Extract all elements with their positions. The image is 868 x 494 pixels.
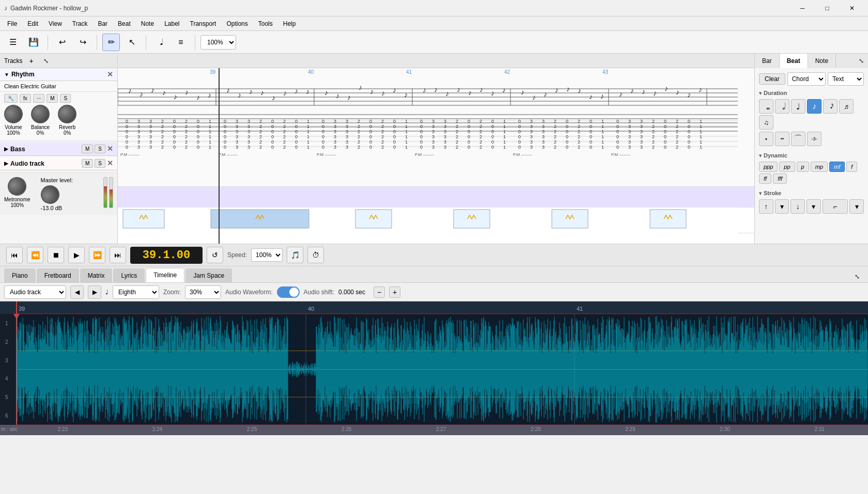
- chord-select[interactable]: Chord: [787, 72, 826, 86]
- rhythm-tool-button[interactable]: 🔧: [4, 94, 18, 103]
- stop-button[interactable]: ⏹: [48, 247, 64, 263]
- timeline-track-select[interactable]: Audio track Rhythm Bass: [4, 285, 66, 299]
- reverb-knob[interactable]: [58, 105, 76, 123]
- rhythm-close-button[interactable]: ✕: [107, 70, 113, 78]
- timer-button[interactable]: ⏱: [307, 247, 324, 263]
- tab-piano[interactable]: Piano: [4, 268, 36, 282]
- skip-forward-button[interactable]: ⏭: [110, 247, 126, 263]
- close-button[interactable]: ✕: [840, 0, 864, 17]
- redo-button[interactable]: ↪: [74, 34, 91, 51]
- dur-32nd[interactable]: ♬: [839, 99, 854, 114]
- master-knob[interactable]: [37, 182, 63, 207]
- dyn-ppp[interactable]: ppp: [759, 162, 778, 172]
- play-button[interactable]: ▶: [68, 247, 85, 263]
- rhythm-expand[interactable]: ▼: [4, 72, 9, 77]
- tab-timeline[interactable]: Timeline: [146, 268, 184, 282]
- menu-beat[interactable]: Beat: [113, 18, 136, 29]
- track-minimize-button[interactable]: ⤡: [40, 55, 52, 67]
- text-select[interactable]: Text: [828, 72, 864, 86]
- audio-expand[interactable]: ▶: [4, 161, 8, 166]
- timeline-note-select[interactable]: Eighth Whole Half Quarter Sixteenth: [113, 285, 159, 299]
- shift-plus-button[interactable]: +: [389, 286, 400, 298]
- loop-button[interactable]: ↺: [207, 247, 223, 263]
- tab-note[interactable]: Note: [808, 54, 836, 68]
- maximize-button[interactable]: □: [815, 0, 839, 17]
- menu-options[interactable]: Options: [221, 18, 253, 29]
- tab-fretboard[interactable]: Fretboard: [37, 268, 79, 282]
- timeline-expand-button[interactable]: ⤡: [850, 271, 864, 282]
- add-track-button[interactable]: +: [26, 55, 37, 67]
- audio-mute-button[interactable]: M: [82, 159, 93, 168]
- dur-64th[interactable]: ♫: [759, 115, 773, 130]
- menu-help[interactable]: Help: [278, 18, 301, 29]
- tie-button[interactable]: ⌒: [791, 132, 805, 146]
- clear-button[interactable]: Clear: [759, 73, 785, 85]
- dur-sixteenth[interactable]: 𝅘𝅥𝅯: [823, 99, 838, 114]
- rhythm-mute-button[interactable]: M: [47, 94, 58, 103]
- double-dot-button[interactable]: ••: [775, 132, 789, 146]
- save-button[interactable]: 💾: [25, 34, 42, 51]
- stroke-extra-dropdown[interactable]: ▾: [849, 199, 864, 214]
- audio-close-button[interactable]: ✕: [107, 159, 113, 168]
- speed-select[interactable]: 100% 75% 125%: [251, 248, 283, 262]
- menu-label[interactable]: Label: [159, 18, 184, 29]
- stroke-down-dropdown[interactable]: ▾: [807, 199, 821, 214]
- dyn-f[interactable]: f: [846, 162, 857, 172]
- menu-note[interactable]: Note: [136, 18, 159, 29]
- bass-expand[interactable]: ▶: [4, 146, 8, 152]
- stroke-bend[interactable]: ⌐: [823, 199, 848, 214]
- rhythm-more-button[interactable]: ···: [33, 94, 44, 103]
- timeline-prev-button[interactable]: ◀: [70, 285, 84, 299]
- dyn-fff[interactable]: fff: [773, 173, 787, 184]
- dur-half[interactable]: 𝅗𝅥: [775, 99, 789, 114]
- menu-toggle-button[interactable]: ☰: [4, 34, 22, 51]
- right-panel-expand[interactable]: ⤡: [855, 57, 868, 65]
- tab-beat[interactable]: Beat: [780, 54, 808, 68]
- rewind-button[interactable]: ⏪: [27, 247, 43, 263]
- stroke-up-dropdown[interactable]: ▾: [775, 199, 789, 214]
- metronome-knob[interactable]: [5, 174, 29, 198]
- timeline-next-button[interactable]: ▶: [88, 285, 101, 299]
- tab-matrix[interactable]: Matrix: [80, 268, 113, 282]
- menu-file[interactable]: File: [2, 18, 22, 29]
- bass-mute-button[interactable]: M: [82, 145, 93, 153]
- menu-transport[interactable]: Transport: [185, 18, 222, 29]
- skip-back-button[interactable]: ⏮: [6, 247, 23, 263]
- menu-bar[interactable]: Bar: [92, 18, 113, 29]
- metronome-button[interactable]: 🎵: [287, 247, 303, 263]
- section-toggle-dynamic[interactable]: ▾: [759, 153, 762, 158]
- tab-jamspace[interactable]: Jam Space: [185, 268, 232, 282]
- dot-button[interactable]: •: [759, 132, 773, 146]
- dyn-ff[interactable]: ff: [759, 173, 771, 184]
- section-toggle-stroke[interactable]: ▾: [759, 190, 762, 196]
- stroke-down[interactable]: ↓: [791, 199, 805, 214]
- rhythm-fx-button[interactable]: fx: [20, 94, 31, 103]
- dyn-mp[interactable]: mp: [811, 162, 828, 172]
- fast-forward-button[interactable]: ⏩: [89, 247, 105, 263]
- balance-knob[interactable]: [31, 105, 50, 123]
- bass-solo-button[interactable]: S: [95, 145, 105, 153]
- pencil-button[interactable]: ✏: [102, 34, 120, 51]
- shift-minus-button[interactable]: −: [374, 286, 385, 298]
- triplet-button[interactable]: -3-: [807, 132, 822, 146]
- menu-tools[interactable]: Tools: [253, 18, 278, 29]
- zoom-select[interactable]: 100% 50% 75% 125% 150% 200%: [200, 35, 236, 50]
- volume-knob[interactable]: [2, 102, 25, 126]
- section-toggle-duration[interactable]: ▾: [759, 90, 762, 96]
- timeline-zoom-select[interactable]: 30% 10% 20% 50% 100%: [185, 285, 221, 299]
- menu-track[interactable]: Track: [67, 18, 93, 29]
- minimize-button[interactable]: ─: [791, 0, 814, 17]
- menu-edit[interactable]: Edit: [22, 18, 43, 29]
- tab-bar[interactable]: Bar: [755, 54, 780, 68]
- dur-whole[interactable]: 𝅝: [759, 99, 773, 114]
- dyn-pp[interactable]: pp: [779, 162, 795, 172]
- undo-button[interactable]: ↩: [53, 34, 71, 51]
- cursor-button[interactable]: ↖: [123, 34, 141, 51]
- rhythm-solo-button[interactable]: S: [60, 94, 71, 103]
- audio-solo-button[interactable]: S: [95, 159, 105, 168]
- dur-eighth[interactable]: ♪: [807, 99, 822, 114]
- bass-close-button[interactable]: ✕: [107, 145, 113, 153]
- stroke-up[interactable]: ↑: [759, 199, 773, 214]
- menu-view[interactable]: View: [43, 18, 67, 29]
- dur-quarter[interactable]: ♩: [791, 99, 805, 114]
